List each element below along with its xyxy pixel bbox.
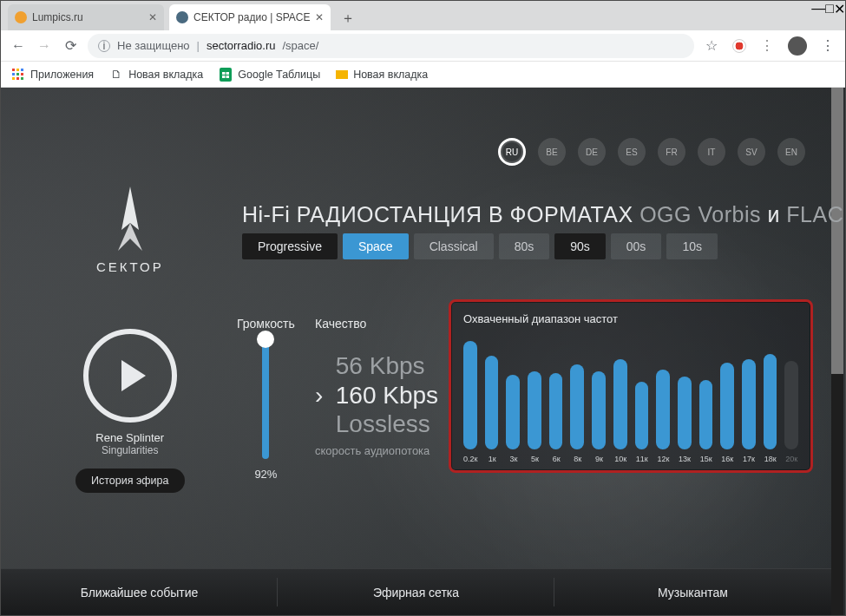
bottom-nav: Ближайшее событиеЭфирная сеткаМузыкантам: [1, 568, 831, 615]
genre-tabs: ProgressiveSpaceClassical80s90s00s10s: [242, 233, 718, 259]
bookmark-label: Новая вкладка: [353, 69, 428, 81]
genre-90s[interactable]: 90s: [554, 233, 606, 259]
frequency-bar: [742, 359, 756, 449]
volume-thumb[interactable]: [257, 331, 274, 348]
frequency-bar: [784, 361, 798, 449]
frequency-label: 18к: [764, 455, 777, 463]
genre-00s[interactable]: 00s: [611, 233, 662, 259]
tab-lumpics[interactable]: Lumpics.ru ✕: [8, 4, 164, 30]
language-ru[interactable]: RU: [498, 138, 526, 166]
language-de[interactable]: DE: [578, 138, 606, 166]
track-title: Singularities: [75, 444, 185, 456]
address-bar[interactable]: i Не защищено | sectorradio.ru/space/: [88, 34, 694, 58]
url-path: /space/: [282, 39, 318, 52]
frequency-bar: [570, 364, 584, 449]
svg-rect-2: [21, 69, 23, 71]
quality-sublabel: скорость аудиопотока: [315, 444, 438, 457]
profile-avatar[interactable]: [788, 36, 807, 56]
bookmarks-bar: Приложения 🗋 Новая вкладка Google Таблиц…: [1, 62, 845, 88]
sheets-icon: [219, 68, 233, 82]
svg-rect-8: [21, 77, 23, 80]
frequency-bar: [720, 363, 734, 449]
frequency-bar: [678, 377, 692, 449]
bottom-nav-item[interactable]: Музыкантам: [554, 569, 831, 615]
bookmark-item[interactable]: 🗋 Новая вкладка: [109, 68, 203, 82]
svg-rect-5: [21, 73, 23, 75]
site-logo[interactable]: СЕКТОР: [96, 185, 164, 274]
frequency-label: 15к: [699, 455, 713, 463]
track-artist: Rene Splinter: [75, 431, 185, 444]
browser-window: Lumpics.ru ✕ СЕКТОР радио | SPACE ✕ ＋ — …: [0, 0, 846, 616]
frequency-label: 13к: [678, 455, 692, 463]
frequency-panel: Охваченный диапазон частот 0.2к1к3к5к6к8…: [449, 299, 813, 473]
window-minimize-button[interactable]: —: [811, 1, 825, 17]
bookmark-item[interactable]: Google Таблицы: [219, 68, 320, 82]
back-button[interactable]: ←: [10, 37, 27, 55]
genre-80s[interactable]: 80s: [499, 233, 550, 259]
genre-space[interactable]: Space: [343, 233, 409, 259]
star-icon[interactable]: ☆: [703, 37, 720, 55]
frequency-label: 6к: [549, 455, 563, 463]
language-sv[interactable]: SV: [738, 138, 765, 166]
quality-option[interactable]: › 160 Kbps: [315, 381, 438, 410]
language-be[interactable]: BE: [538, 138, 566, 166]
language-fr[interactable]: FR: [658, 138, 685, 166]
language-es[interactable]: ES: [618, 138, 646, 166]
close-icon[interactable]: ✕: [148, 11, 157, 23]
chevron-right-icon: ›: [315, 381, 329, 410]
logo-text: СЕКТОР: [96, 259, 164, 274]
logo-icon: [104, 185, 156, 254]
close-icon[interactable]: ✕: [315, 11, 324, 23]
extension-icon[interactable]: [732, 39, 746, 53]
volume-slider[interactable]: [262, 337, 269, 459]
frequency-label: 12к: [657, 455, 671, 463]
svg-rect-6: [12, 77, 15, 80]
frequency-bar: [506, 375, 520, 449]
frequency-label: 17к: [742, 455, 756, 463]
forward-button[interactable]: →: [36, 37, 53, 55]
page-icon: 🗋: [109, 68, 123, 82]
svg-rect-4: [16, 73, 19, 75]
language-en[interactable]: EN: [777, 138, 805, 166]
menu-icon[interactable]: ⋮: [819, 37, 836, 55]
frequency-bar: [699, 380, 713, 449]
panel-title: Охваченный диапазон частот: [463, 312, 798, 325]
frequency-bar: [656, 370, 670, 449]
tab-title: Lumpics.ru: [32, 11, 83, 23]
tab-strip: Lumpics.ru ✕ СЕКТОР радио | SPACE ✕ ＋ — …: [1, 1, 845, 30]
quality-option[interactable]: 56 Kbps: [315, 351, 438, 381]
tab-title: СЕКТОР радио | SPACE: [193, 11, 310, 23]
genre-classical[interactable]: Classical: [414, 233, 494, 259]
genre-10s[interactable]: 10s: [666, 233, 718, 259]
now-playing: Rene Splinter Singularities: [75, 431, 185, 456]
frequency-label: 1к: [485, 455, 499, 463]
frequency-label: 0.2к: [463, 455, 477, 463]
frequency-bar: [613, 359, 627, 449]
volume-value: 92%: [237, 468, 295, 481]
svg-rect-0: [12, 69, 15, 71]
window-close-button[interactable]: ✕: [834, 1, 845, 17]
extension-dots-icon[interactable]: ⋮: [758, 37, 776, 55]
apps-button[interactable]: Приложения: [11, 68, 94, 82]
frequency-label: 8к: [571, 455, 585, 463]
bottom-nav-item[interactable]: Эфирная сетка: [278, 569, 554, 615]
genre-progressive[interactable]: Progressive: [242, 233, 338, 259]
bottom-nav-item[interactable]: Ближайшее событие: [1, 569, 278, 615]
quality-option[interactable]: Lossless: [315, 410, 438, 439]
frequency-bars: [463, 332, 798, 449]
new-tab-button[interactable]: ＋: [336, 6, 360, 30]
svg-rect-7: [16, 77, 19, 80]
tab-sector[interactable]: СЕКТОР радио | SPACE ✕: [169, 4, 331, 30]
quality-value: 56 Kbps: [329, 352, 425, 379]
history-button[interactable]: История эфира: [75, 469, 185, 493]
frequency-bar: [463, 341, 477, 449]
quality-value: Lossless: [329, 410, 430, 437]
reload-button[interactable]: ⟳: [62, 37, 79, 55]
window-maximize-button[interactable]: □: [825, 1, 834, 17]
bookmark-item[interactable]: Новая вкладка: [336, 69, 428, 81]
quality-block: Качество 56 Kbps› 160 Kbps Lossless скор…: [315, 317, 438, 457]
play-button[interactable]: [83, 329, 177, 423]
language-switcher: RUBEDEESFRITSVEN: [498, 138, 805, 166]
apps-icon: [11, 68, 25, 82]
language-it[interactable]: IT: [698, 138, 725, 166]
